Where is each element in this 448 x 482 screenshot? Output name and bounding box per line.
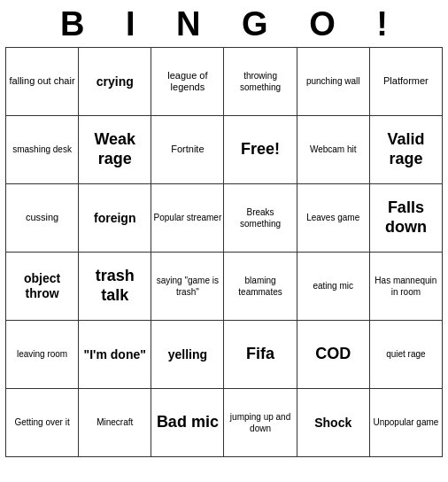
cell-5-4: Shock bbox=[297, 389, 369, 457]
cell-3-2: saying "game is trash" bbox=[151, 253, 224, 321]
cell-2-2: Popular streamer bbox=[151, 184, 224, 253]
cell-0-3: throwing something bbox=[224, 48, 297, 116]
cell-3-3: blaming teammates bbox=[224, 253, 297, 321]
cell-3-4: eating mic bbox=[297, 253, 369, 321]
cell-2-0: cussing bbox=[6, 184, 79, 253]
cell-4-2: yelling bbox=[151, 321, 224, 389]
cell-5-1: Minecraft bbox=[79, 389, 151, 457]
cell-3-1: trash talk bbox=[79, 253, 151, 321]
cell-1-5: Valid rage bbox=[369, 116, 442, 184]
cell-3-0: object throw bbox=[6, 253, 79, 321]
cell-3-5: Has mannequin in room bbox=[369, 253, 442, 321]
cell-1-3: Free! bbox=[224, 116, 297, 184]
cell-4-5: quiet rage bbox=[369, 321, 442, 389]
cell-0-1: crying bbox=[79, 48, 151, 116]
cell-4-4: COD bbox=[297, 321, 369, 389]
cell-2-4: Leaves game bbox=[297, 184, 369, 253]
cell-5-0: Getting over it bbox=[6, 389, 79, 457]
cell-0-5: Platformer bbox=[369, 48, 442, 116]
cell-0-4: punching wall bbox=[297, 48, 369, 116]
cell-1-1: Weak rage bbox=[79, 116, 151, 184]
cell-4-1: "I'm done" bbox=[79, 321, 151, 389]
cell-2-5: Falls down bbox=[369, 184, 442, 253]
cell-5-2: Bad mic bbox=[151, 389, 224, 457]
cell-1-2: Fortnite bbox=[151, 116, 224, 184]
cell-4-0: leaving room bbox=[6, 321, 79, 389]
cell-1-4: Webcam hit bbox=[297, 116, 369, 184]
cell-2-1: foreign bbox=[79, 184, 151, 253]
bingo-title: B I N G O ! bbox=[44, 5, 404, 43]
cell-5-3: jumping up and down bbox=[224, 389, 297, 457]
cell-2-3: Breaks something bbox=[224, 184, 297, 253]
cell-0-0: falling out chair bbox=[6, 48, 79, 116]
cell-5-5: Unpopular game bbox=[369, 389, 442, 457]
cell-4-3: Fifa bbox=[224, 321, 297, 389]
cell-0-2: league of legends bbox=[151, 48, 224, 116]
cell-1-0: smashing desk bbox=[6, 116, 79, 184]
bingo-grid: falling out chaircryingleague of legends… bbox=[5, 47, 443, 457]
